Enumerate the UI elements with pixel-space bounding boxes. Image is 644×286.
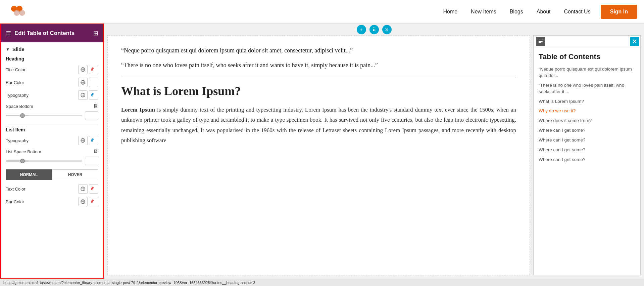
toc-item-4[interactable]: Where does it come from? <box>539 116 635 126</box>
bar-color2-label: Bar Color <box>6 199 78 204</box>
left-panel: ☰ Edit Table of Contents ⊞ ▼ Slide Headi… <box>0 24 104 279</box>
bar-color-label: Bar Color <box>6 80 78 85</box>
list-monitor-icon[interactable]: 🖥 <box>93 149 98 155</box>
svg-rect-29 <box>539 42 541 43</box>
logo <box>7 3 34 21</box>
nav-about[interactable]: About <box>537 9 551 15</box>
title-color-label: Title Color <box>6 67 78 72</box>
main-area: ☰ Edit Table of Contents ⊞ ▼ Slide Headi… <box>0 24 644 279</box>
signin-button[interactable]: Sign In <box>601 5 637 19</box>
slide-section: ▼ Slide Heading Title Color <box>6 46 98 206</box>
toc-widget-icon <box>536 37 545 46</box>
text-color-globe-icon[interactable] <box>78 184 88 194</box>
toolbar-strip: + ⠿ ✕ <box>104 24 644 35</box>
status-url: https://gtelementor.s1-tastewp.com/?elem… <box>3 281 255 285</box>
monitor-icon[interactable]: 🖥 <box>93 103 98 109</box>
space-bottom-slider-row <box>6 111 98 120</box>
nav-home[interactable]: Home <box>443 9 457 15</box>
article-heading: What is Lorem Ipsum? <box>121 84 516 98</box>
bar-color-controls <box>78 78 98 87</box>
list-typography-pencil-icon[interactable] <box>89 136 98 145</box>
typography-globe-icon[interactable] <box>78 90 88 100</box>
toc-item-3[interactable]: Why do we use it? <box>539 106 635 116</box>
quote1-text: “Neque porro quisquam est qui dolorem ip… <box>121 46 516 55</box>
space-bottom-row: Space Bottom 🖥 <box>6 103 98 109</box>
nav-links: Home New Items Blogs About Contact Us <box>443 9 590 15</box>
title-color-controls <box>78 65 98 74</box>
list-space-bottom-label: List Space Bottom <box>6 149 91 154</box>
toc-header-bar <box>534 36 640 47</box>
article-divider <box>121 77 516 77</box>
title-color-pencil-icon[interactable] <box>89 65 98 74</box>
bar-color-swatch-icon[interactable] <box>89 78 98 87</box>
toc-item-5[interactable]: Where can I get some? <box>539 126 635 135</box>
svg-point-3 <box>19 10 25 16</box>
bar-color2-pencil-icon[interactable] <box>89 197 98 206</box>
navbar: Home New Items Blogs About Contact Us Si… <box>0 0 644 24</box>
toc-item-8[interactable]: Where can I get some? <box>539 155 635 165</box>
nav-blogs[interactable]: Blogs <box>510 9 523 15</box>
panel-content: ▼ Slide Heading Title Color <box>1 42 103 278</box>
slide-toggle[interactable]: ▼ Slide <box>6 46 98 52</box>
svg-rect-27 <box>539 40 543 40</box>
svg-point-2 <box>14 10 20 16</box>
typography-row: Typography <box>6 90 98 100</box>
bar-color-globe-icon[interactable] <box>78 78 88 87</box>
normal-button[interactable]: NORMAL <box>6 169 52 180</box>
toc-item-6[interactable]: Where can I get some? <box>539 135 635 145</box>
toc-edit-button[interactable] <box>630 37 639 46</box>
title-color-globe-icon[interactable] <box>78 65 88 74</box>
nav-new-items[interactable]: New Items <box>471 9 496 15</box>
lorem-ipsum-bold: Lorem Ipsum <box>121 107 155 113</box>
bar-color2-globe-icon[interactable] <box>78 197 88 206</box>
text-color-controls <box>78 184 98 194</box>
hover-button[interactable]: HOVER <box>52 169 98 180</box>
list-space-bottom-slider[interactable] <box>6 160 82 162</box>
normal-hover-row: NORMAL HOVER <box>6 169 98 180</box>
list-space-bottom-slider-row <box>6 157 98 165</box>
list-item-label: List Item <box>6 127 98 132</box>
text-color-pencil-icon[interactable] <box>89 184 98 194</box>
toc-item-7[interactable]: Where can I get some? <box>539 145 635 155</box>
article-body-text: is simply dummy text of the printing and… <box>121 107 516 144</box>
divider-1 <box>6 124 98 124</box>
grid-icon[interactable]: ⊞ <box>93 30 98 37</box>
close-element-button[interactable]: ✕ <box>382 25 392 34</box>
toc-list: “Neque porro quisquam est qui dolorem ip… <box>534 65 640 170</box>
bar-color2-controls <box>78 197 98 206</box>
text-color-row: Text Color <box>6 184 98 194</box>
hamburger-icon[interactable]: ☰ <box>6 30 11 37</box>
toc-item-1[interactable]: “There is no one who loves pain itself, … <box>539 81 635 97</box>
article-panel: “Neque porro quisquam est qui dolorem ip… <box>107 35 530 275</box>
list-typography-globe-icon[interactable] <box>78 136 88 145</box>
svg-rect-28 <box>539 41 543 42</box>
toc-title: Table of Contents <box>534 47 640 65</box>
heading-section-label: Heading <box>6 56 98 62</box>
typography-pencil-icon[interactable] <box>89 90 98 100</box>
list-typography-label: Typography <box>6 138 78 143</box>
space-bottom-slider[interactable] <box>6 115 82 116</box>
text-color-label: Text Color <box>6 187 78 192</box>
content-main: “Neque porro quisquam est qui dolorem ip… <box>104 35 644 279</box>
title-color-row: Title Color <box>6 65 98 74</box>
panel-header: ☰ Edit Table of Contents ⊞ <box>1 24 103 42</box>
nav-contact[interactable]: Contact Us <box>564 9 591 15</box>
quote2-text: “There is no one who loves pain itself, … <box>121 60 516 70</box>
toc-item-0[interactable]: “Neque porro quisquam est qui dolorem ip… <box>539 65 635 81</box>
chevron-down-icon: ▼ <box>6 47 10 52</box>
list-space-bottom-value[interactable] <box>85 157 98 165</box>
space-bottom-value[interactable] <box>85 111 98 120</box>
typography-label: Typography <box>6 93 78 98</box>
add-element-button[interactable]: + <box>357 25 366 34</box>
list-space-bottom-row: List Space Bottom 🖥 <box>6 149 98 155</box>
typography-controls <box>78 90 98 100</box>
status-bar: https://gtelementor.s1-tastewp.com/?elem… <box>0 279 644 286</box>
toc-item-2[interactable]: What is Lorem Ipsum? <box>539 97 635 107</box>
content-area: + ⠿ ✕ “Neque porro quisquam est qui dolo… <box>104 24 644 279</box>
list-typography-controls <box>78 136 98 145</box>
move-element-button[interactable]: ⠿ <box>369 25 379 34</box>
space-bottom-label: Space Bottom <box>6 104 91 109</box>
article-body: Lorem Ipsum is simply dummy text of the … <box>121 105 516 146</box>
bar-color-row: Bar Color <box>6 78 98 87</box>
bar-color2-row: Bar Color <box>6 197 98 206</box>
